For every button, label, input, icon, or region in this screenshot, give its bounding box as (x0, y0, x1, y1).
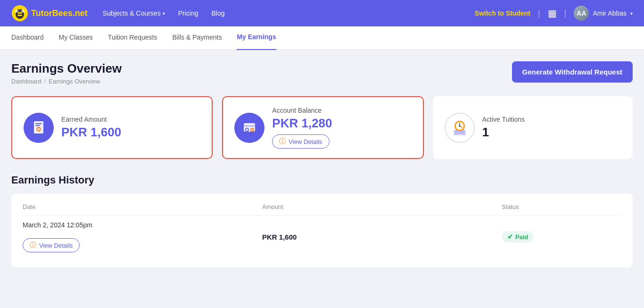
page-title: Earnings Overview (11, 61, 122, 76)
row-date: March 2, 2024 12:05pm ⓘ View Details (23, 221, 262, 252)
row-amount: PKR 1,600 (262, 233, 502, 241)
account-balance-view-details-button[interactable]: ⓘ View Details (272, 134, 329, 149)
logo[interactable]: TutorBees.net (11, 5, 88, 22)
svg-rect-11 (35, 123, 42, 124)
breadcrumb: Dashboard / Earnings Overview (11, 78, 122, 85)
subnav: Dashboard My Classes Tuition Requests Bi… (0, 26, 644, 50)
col-date: Date (23, 203, 262, 210)
account-balance-value: PKR 1,280 (272, 116, 332, 131)
info-icon: ⓘ (279, 137, 286, 146)
breadcrumb-current: Earnings Overview (49, 78, 100, 85)
subnav-dashboard[interactable]: Dashboard (11, 26, 44, 50)
bee-icon (11, 5, 28, 22)
nav-pricing[interactable]: Pricing (178, 9, 198, 17)
active-tuitions-icon-circle (445, 113, 475, 143)
logo-domain: .net (73, 8, 88, 18)
separator: | (538, 8, 540, 18)
history-view-details-button[interactable]: ⓘ View Details (23, 238, 80, 252)
nav-blog[interactable]: Blog (211, 9, 224, 17)
earned-amount-card: Earned Amount PKR 1,600 (11, 96, 213, 159)
svg-point-8 (18, 9, 19, 10)
generate-withdrawal-button[interactable]: Generate Withdrawal Request (512, 61, 633, 83)
page-header: Earnings Overview Dashboard / Earnings O… (11, 61, 633, 85)
row-status: ✔ Paid (502, 231, 621, 242)
document-icon (30, 119, 47, 136)
svg-rect-2 (17, 12, 22, 14)
cards-row: Earned Amount PKR 1,600 (11, 96, 633, 159)
clock-book-icon (450, 118, 469, 137)
active-tuitions-label: Active Tuitions (482, 116, 525, 123)
earned-amount-label: Earned Amount (61, 116, 121, 123)
account-balance-info: Account Balance PKR 1,280 ⓘ View Details (272, 107, 332, 149)
active-tuitions-info: Active Tuitions 1 (482, 116, 525, 140)
breadcrumb-dashboard[interactable]: Dashboard (11, 78, 41, 85)
svg-point-7 (20, 9, 22, 11)
account-balance-card: Account Balance PKR 1,280 ⓘ View Details (222, 96, 423, 159)
nav-right: Switch to Student | ▦ | AA Amir Abbas ▾ (475, 6, 633, 21)
account-balance-label: Account Balance (272, 107, 332, 114)
svg-point-6 (17, 9, 19, 11)
svg-point-9 (21, 9, 22, 10)
svg-rect-15 (244, 125, 255, 127)
svg-rect-12 (35, 125, 40, 126)
avatar: AA (574, 6, 589, 21)
check-icon: ✔ (507, 233, 513, 241)
subnav-tuition-requests[interactable]: Tuition Requests (108, 26, 157, 50)
earned-amount-icon-circle (24, 113, 54, 143)
switch-to-student-button[interactable]: Switch to Student (475, 9, 530, 17)
account-balance-icon-circle (234, 113, 264, 143)
earned-amount-info: Earned Amount PKR 1,600 (61, 116, 121, 140)
table-header: Date Amount Status (23, 203, 621, 210)
separator-2: | (564, 8, 567, 18)
earnings-history-title: Earnings History (11, 174, 633, 186)
nav-subjects-courses[interactable]: Subjects & Courses ▾ (103, 9, 165, 17)
breadcrumb-separator: / (44, 78, 46, 85)
svg-rect-3 (17, 15, 22, 16)
row-actions: ⓘ View Details (23, 234, 262, 252)
page-title-area: Earnings Overview Dashboard / Earnings O… (11, 61, 122, 85)
active-tuitions-card: Active Tuitions 1 (433, 96, 633, 159)
active-tuitions-value: 1 (482, 125, 525, 140)
wallet-icon (241, 119, 258, 136)
user-name: Amir Abbas (593, 9, 627, 17)
navbar: TutorBees.net Subjects & Courses ▾ Prici… (0, 0, 644, 26)
chevron-down-icon: ▾ (163, 11, 165, 16)
subnav-bills-payments[interactable]: Bills & Payments (172, 26, 222, 50)
user-chevron-icon: ▾ (630, 11, 633, 16)
logo-text-prefix: Tutor (31, 8, 52, 18)
subnav-my-classes[interactable]: My Classes (59, 26, 93, 50)
svg-point-28 (459, 125, 460, 126)
messages-icon[interactable]: ▦ (548, 8, 557, 19)
status-badge: ✔ Paid (502, 231, 534, 242)
col-status: Status (502, 203, 621, 210)
info-icon-2: ⓘ (30, 241, 36, 250)
subnav-my-earnings[interactable]: My Earnings (237, 26, 276, 50)
table-row: March 2, 2024 12:05pm ⓘ View Details PKR… (23, 215, 621, 258)
col-amount: Amount (262, 203, 502, 210)
user-menu[interactable]: AA Amir Abbas ▾ (574, 6, 633, 21)
earnings-history-table: Date Amount Status March 2, 2024 12:05pm… (11, 194, 633, 267)
earned-amount-value: PKR 1,600 (61, 125, 121, 140)
main-content: Earnings Overview Dashboard / Earnings O… (0, 50, 644, 308)
nav-links: Subjects & Courses ▾ Pricing Blog (103, 9, 460, 17)
logo-text-highlight: Bees (52, 8, 73, 18)
status-text: Paid (515, 233, 528, 241)
